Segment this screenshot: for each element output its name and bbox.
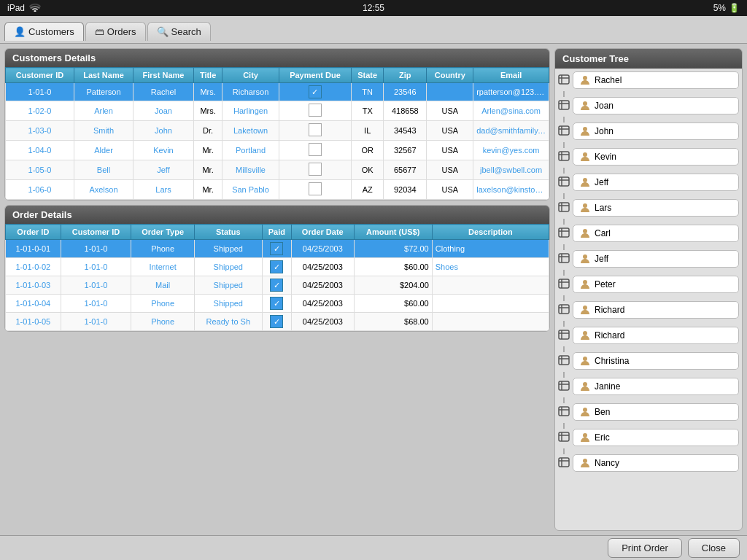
tree-expand-icon[interactable] (558, 202, 570, 214)
customer-row[interactable]: 1-05-0 Bell Jeff Mr. Millsville OK 65677… (6, 160, 549, 180)
svg-rect-32 (559, 279, 569, 288)
tree-node-button[interactable]: Christina (573, 352, 739, 370)
tree-node-button[interactable]: Nancy (573, 454, 739, 472)
cell-payment-due[interactable]: ✓ (279, 83, 351, 101)
tab-orders[interactable]: 🗃 Orders (85, 22, 146, 41)
order-row[interactable]: 1-01-0-05 1-01-0 Phone Ready to Sh ✓ 04/… (6, 313, 549, 331)
payment-due-checkbox[interactable] (309, 163, 322, 176)
cell-payment-due[interactable] (279, 180, 351, 200)
tree-expand-icon[interactable] (558, 253, 570, 265)
payment-due-checkbox[interactable] (309, 182, 322, 195)
cell-paid[interactable]: ✓ (262, 276, 291, 295)
orders-section: Order Details Order ID Customer ID Order… (4, 205, 550, 332)
tree-node-button[interactable]: Lars (573, 199, 739, 217)
tree-item[interactable]: John (558, 122, 739, 140)
close-button[interactable]: Close (688, 538, 740, 558)
customer-row[interactable]: 1-06-0 Axelson Lars Mr. San Pablo AZ 920… (6, 180, 549, 200)
svg-point-47 (583, 357, 587, 361)
tree-expand-icon[interactable] (558, 125, 570, 138)
print-order-button[interactable]: Print Order (608, 538, 682, 558)
payment-due-checkbox[interactable] (309, 143, 322, 156)
customer-row[interactable]: 1-03-0 Smith John Dr. Laketown IL 34543 … (6, 121, 549, 141)
tree-item[interactable]: Ben (558, 403, 739, 421)
tree-expand-icon[interactable] (558, 406, 570, 419)
cell-paid[interactable]: ✓ (262, 313, 291, 331)
paid-checkbox[interactable]: ✓ (270, 315, 283, 328)
person-icon (579, 228, 591, 239)
tree-item[interactable]: Carl (558, 225, 739, 242)
tree-node-button[interactable]: Ben (573, 403, 739, 421)
tree-expand-icon[interactable] (558, 381, 570, 393)
cell-paid[interactable]: ✓ (262, 258, 291, 276)
cell-payment-due[interactable] (279, 141, 351, 160)
tree-node-button[interactable]: Joan (573, 97, 739, 114)
status-right: 5% 🔋 (713, 3, 740, 13)
tree-expand-icon[interactable] (558, 432, 570, 444)
tree-item[interactable]: Richard (558, 301, 739, 319)
tree-node-button[interactable]: Richard (573, 327, 739, 344)
tree-node-button[interactable]: Jeff (573, 174, 739, 191)
tree-node-button[interactable]: Jeff (573, 250, 739, 268)
customer-row[interactable]: 1-02-0 Arlen Joan Mrs. Harlingen TX 4186… (6, 101, 549, 121)
tree-item[interactable]: Jeff (558, 174, 739, 191)
order-row[interactable]: 1-01-0-04 1-01-0 Phone Shipped ✓ 04/25/2… (6, 295, 549, 313)
tree-expand-icon[interactable] (558, 330, 570, 342)
svg-rect-4 (559, 101, 569, 109)
tree-item[interactable]: Janine (558, 378, 739, 395)
cell-order-type: Phone (131, 313, 195, 331)
tree-expand-icon[interactable] (558, 279, 570, 291)
customer-row[interactable]: 1-01-0 Patterson Rachel Mrs. Richarson ✓… (6, 83, 549, 101)
cell-order-type: Mail (131, 276, 195, 295)
cell-payment-due[interactable] (279, 101, 351, 121)
tree-expand-icon[interactable] (558, 151, 570, 163)
customer-row[interactable]: 1-04-0 Alder Kevin Mr. Portland OR 32567… (6, 141, 549, 160)
cell-payment-due[interactable] (279, 121, 351, 141)
tree-node-button[interactable]: Janine (573, 378, 739, 395)
tab-customers[interactable]: 👤 Customers (4, 22, 84, 41)
tree-item[interactable]: Rachel (558, 71, 739, 89)
paid-checkbox[interactable]: ✓ (270, 297, 283, 310)
paid-checkbox[interactable]: ✓ (270, 242, 283, 255)
tree-node-button[interactable]: Richard (573, 301, 739, 319)
tree-item[interactable]: Peter (558, 276, 739, 293)
order-row[interactable]: 1-01-0-02 1-01-0 Internet Shipped ✓ 04/2… (6, 258, 549, 276)
tab-bar: 👤 Customers 🗃 Orders 🔍 Search (0, 16, 747, 44)
tree-expand-icon[interactable] (558, 100, 570, 112)
tree-node-button[interactable]: Kevin (573, 148, 739, 166)
order-row[interactable]: 1-01-0-01 1-01-0 Phone Shipped ✓ 04/25/2… (6, 240, 549, 258)
paid-checkbox[interactable]: ✓ (270, 279, 283, 292)
order-row[interactable]: 1-01-0-03 1-01-0 Mail Shipped ✓ 04/25/20… (6, 276, 549, 295)
cell-paid[interactable]: ✓ (262, 295, 291, 313)
tree-item[interactable]: Joan (558, 97, 739, 114)
payment-due-checkbox[interactable] (309, 104, 322, 117)
cell-state: TN (352, 83, 384, 101)
payment-due-checkbox[interactable]: ✓ (309, 85, 322, 98)
status-bar: iPad 12:55 5% 🔋 (0, 0, 747, 16)
tree-expand-icon[interactable] (558, 355, 570, 368)
tree-expand-icon[interactable] (558, 74, 570, 87)
tree-node-button[interactable]: Peter (573, 276, 739, 293)
tree-expand-icon[interactable] (558, 457, 570, 470)
tree-body[interactable]: Rachel Joan (555, 69, 742, 530)
cell-order-date: 04/25/2003 (292, 295, 355, 313)
tree-node-button[interactable]: John (573, 122, 739, 140)
tree-node-button[interactable]: Rachel (573, 71, 739, 89)
tree-node-button[interactable]: Eric (573, 429, 739, 446)
tab-search[interactable]: 🔍 Search (147, 22, 211, 41)
payment-due-checkbox[interactable] (309, 123, 322, 136)
tree-item[interactable]: Jeff (558, 250, 739, 268)
tree-item[interactable]: Eric (558, 429, 739, 446)
cell-customer-id: 1-05-0 (6, 160, 74, 180)
paid-checkbox[interactable]: ✓ (270, 260, 283, 273)
tree-item[interactable]: Kevin (558, 148, 739, 166)
cell-paid[interactable]: ✓ (262, 240, 291, 258)
tree-item[interactable]: Richard (558, 327, 739, 344)
tree-expand-icon[interactable] (558, 176, 570, 189)
tree-item[interactable]: Lars (558, 199, 739, 217)
cell-payment-due[interactable] (279, 160, 351, 180)
tree-node-button[interactable]: Carl (573, 225, 739, 242)
tree-expand-icon[interactable] (558, 304, 570, 316)
tree-expand-icon[interactable] (558, 228, 570, 240)
tree-item[interactable]: Nancy (558, 454, 739, 472)
tree-item[interactable]: Christina (558, 352, 739, 370)
